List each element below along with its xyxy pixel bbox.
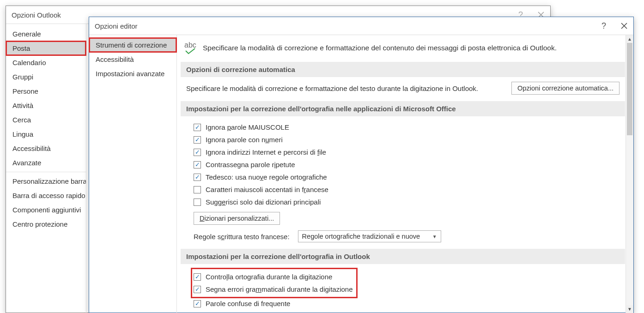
french-rules-select[interactable]: Regole ortografiche tradizionali e nuove… bbox=[298, 230, 441, 242]
checkbox[interactable] bbox=[194, 199, 201, 206]
vertical-scrollbar[interactable]: ▲ ▼ bbox=[626, 35, 633, 313]
checkbox[interactable] bbox=[194, 136, 201, 144]
checkbox[interactable] bbox=[194, 124, 201, 131]
section-spell-outlook-header: Impostazioni per la correzione dell'orto… bbox=[181, 249, 625, 264]
spell-office-check-1[interactable]: Ignora parole con numeri bbox=[194, 133, 620, 146]
checkbox-label: Ignora parole con numeri bbox=[206, 136, 283, 144]
editor-options-dialog: Opzioni editor Strumenti di correzioneAc… bbox=[89, 17, 634, 313]
checkbox-label: Segna errori grammaticali durante la dig… bbox=[206, 285, 353, 293]
checkbox[interactable] bbox=[194, 273, 201, 281]
checkbox-label: Parole confuse di frequente bbox=[206, 300, 290, 307]
sidebar-item-impostazioni-avanzate[interactable]: Impostazioni avanzate bbox=[89, 66, 176, 81]
checkbox[interactable] bbox=[194, 149, 201, 156]
checkbox-label: Controlla ortografia durante la digitazi… bbox=[206, 273, 332, 281]
scroll-up-button[interactable]: ▲ bbox=[626, 35, 633, 43]
scroll-thumb[interactable] bbox=[627, 43, 632, 135]
sidebar-item-componenti-aggiuntivi[interactable]: Componenti aggiuntivi bbox=[6, 203, 86, 217]
outlook-title: Opzioni Outlook bbox=[12, 11, 61, 19]
editor-content: abc Specificare la modalità di correzion… bbox=[177, 35, 633, 313]
spell-office-check-0[interactable]: Ignora parole MAIUSCOLE bbox=[194, 121, 620, 133]
highlighted-options: Controlla ortografia durante la digitazi… bbox=[192, 269, 357, 297]
checkbox-label: Caratteri maiuscoli accentati in frances… bbox=[206, 186, 328, 193]
checkbox-label: Ignora indirizzi Internet e percorsi di … bbox=[206, 148, 326, 156]
sidebar-item-cerca[interactable]: Cerca bbox=[6, 113, 86, 127]
editor-sidebar: Strumenti di correzioneAccessibilitàImpo… bbox=[89, 35, 177, 313]
checkbox[interactable] bbox=[194, 174, 201, 181]
sidebar-item-persone[interactable]: Persone bbox=[6, 84, 86, 98]
checkbox-label: Contrassegna parole ripetute bbox=[206, 161, 295, 169]
spell-office-check-5[interactable]: Caratteri maiuscoli accentati in frances… bbox=[194, 183, 620, 196]
spellcheck-icon: abc bbox=[184, 42, 196, 54]
checkbox-label: Tedesco: usa nuove regole ortografiche bbox=[206, 173, 327, 181]
sidebar-item-centro-protezione[interactable]: Centro protezione bbox=[6, 217, 86, 231]
section-autocorrect-header: Opzioni di correzione automatica bbox=[181, 62, 625, 77]
sidebar-item-accessibilità[interactable]: Accessibilità bbox=[89, 52, 176, 66]
close-icon[interactable] bbox=[620, 22, 628, 30]
sidebar-item-strumenti-di-correzione[interactable]: Strumenti di correzione bbox=[89, 38, 176, 52]
spell-office-check-4[interactable]: Tedesco: usa nuove regole ortografiche bbox=[194, 171, 620, 183]
spell-office-check-6[interactable]: Suggerisci solo dai dizionari principali bbox=[194, 196, 620, 208]
intro-text: Specificare la modalità di correzione e … bbox=[203, 44, 557, 52]
checkbox[interactable] bbox=[194, 300, 201, 307]
autocorrect-options-button[interactable]: Opzioni correzione automatica... bbox=[511, 82, 620, 95]
checkbox[interactable] bbox=[194, 161, 201, 169]
spell-office-check-2[interactable]: Ignora indirizzi Internet e percorsi di … bbox=[194, 146, 620, 158]
checkbox[interactable] bbox=[194, 186, 201, 193]
checkbox-label: Ignora parole MAIUSCOLE bbox=[206, 123, 289, 131]
scroll-down-button[interactable]: ▼ bbox=[626, 305, 633, 313]
spell-outlook-check-0[interactable]: Controlla ortografia durante la digitazi… bbox=[194, 271, 353, 283]
outlook-sidebar: GeneralePostaCalendarioGruppiPersoneAtti… bbox=[6, 24, 86, 313]
autocorrect-description: Specificare le modalità di correzione e … bbox=[186, 84, 478, 92]
help-icon[interactable] bbox=[600, 22, 608, 30]
sidebar-item-posta[interactable]: Posta bbox=[6, 41, 86, 55]
editor-title: Opzioni editor bbox=[95, 22, 138, 30]
sidebar-item-calendario[interactable]: Calendario bbox=[6, 55, 86, 70]
spell-outlook-extra-0[interactable]: Parole confuse di frequente bbox=[194, 297, 620, 310]
spell-outlook-check-1[interactable]: Segna errori grammaticali durante la dig… bbox=[194, 283, 353, 295]
sidebar-item-generale[interactable]: Generale bbox=[6, 27, 86, 41]
sidebar-item-avanzate[interactable]: Avanzate bbox=[6, 156, 86, 170]
spell-office-check-3[interactable]: Contrassegna parole ripetute bbox=[194, 158, 620, 171]
sidebar-item-lingua[interactable]: Lingua bbox=[6, 127, 86, 141]
sidebar-item-gruppi[interactable]: Gruppi bbox=[6, 70, 86, 84]
section-spell-office-header: Impostazioni per la correzione dell'orto… bbox=[181, 101, 625, 116]
sidebar-item-attività[interactable]: Attività bbox=[6, 98, 86, 113]
checkbox[interactable] bbox=[194, 286, 201, 293]
sidebar-item-accessibilità[interactable]: Accessibilità bbox=[6, 141, 86, 156]
checkbox-label: Suggerisci solo dai dizionari principali bbox=[206, 198, 321, 206]
custom-dictionaries-button[interactable]: Dizionari personalizzati... bbox=[194, 212, 280, 225]
french-rules-label: Regole scrittura testo francese: bbox=[194, 233, 290, 241]
editor-titlebar: Opzioni editor bbox=[89, 17, 633, 35]
chevron-down-icon: ▼ bbox=[432, 234, 437, 239]
sidebar-item-personalizzazione-barra[interactable]: Personalizzazione barra bbox=[6, 174, 86, 188]
sidebar-item-barra-di-accesso-rapido[interactable]: Barra di accesso rapido bbox=[6, 188, 86, 203]
